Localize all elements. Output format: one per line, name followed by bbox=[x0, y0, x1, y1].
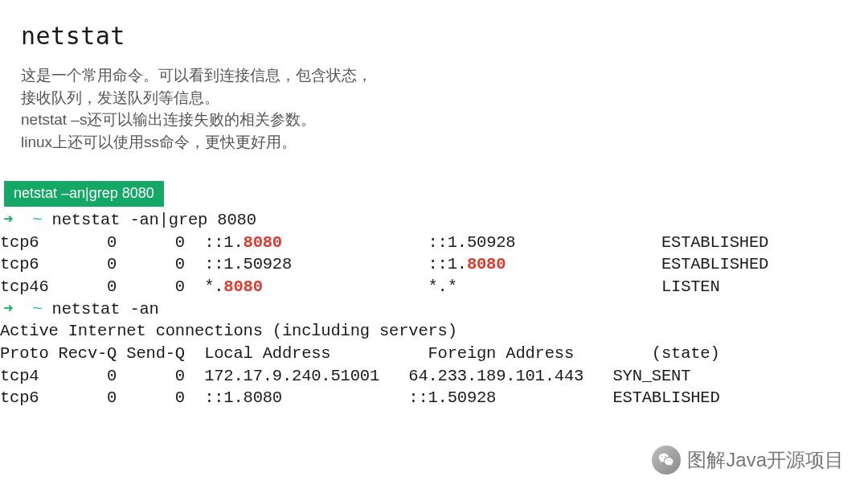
description-line: linux上还可以使用ss命令，更快更好用。 bbox=[21, 131, 372, 154]
description-block: 这是一个常用命令。可以看到连接信息，包含状态， 接收队列，发送队列等信息。 ne… bbox=[21, 64, 372, 153]
footer-text: 图解Java开源项目 bbox=[687, 447, 844, 473]
wechat-icon bbox=[652, 446, 681, 475]
description-line: netstat –s还可以输出连接失败的相关参数。 bbox=[21, 109, 372, 131]
command-badge: netstat –an|grep 8080 bbox=[4, 181, 164, 207]
description-line: 这是一个常用命令。可以看到连接信息，包含状态， bbox=[21, 64, 372, 87]
footer-watermark: 图解Java开源项目 bbox=[652, 446, 844, 475]
terminal-output: ➜ ~ netstat -an|grep 8080 tcp6 0 0 ::1.8… bbox=[0, 209, 868, 409]
page-title: netstat bbox=[21, 22, 125, 50]
description-line: 接收队列，发送队列等信息。 bbox=[21, 87, 372, 109]
